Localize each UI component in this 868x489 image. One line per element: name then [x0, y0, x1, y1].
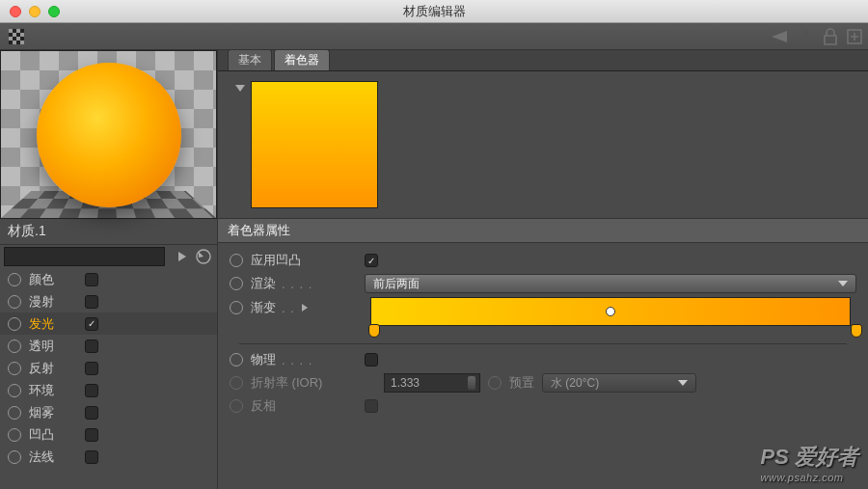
- close-icon[interactable]: [10, 6, 21, 17]
- channel-label: 颜色: [29, 271, 77, 288]
- checkbox-invert: [365, 399, 378, 413]
- radio-icon[interactable]: [8, 362, 21, 375]
- row-physics: 物理. . . .: [230, 348, 856, 371]
- radio-icon[interactable]: [8, 340, 21, 353]
- option-marker-icon[interactable]: [230, 254, 243, 267]
- up-arrow-icon[interactable]: [799, 28, 814, 45]
- lock-icon[interactable]: [824, 28, 837, 45]
- radio-icon[interactable]: [8, 317, 21, 331]
- name-row: [0, 245, 217, 268]
- option-marker-icon[interactable]: [230, 353, 243, 367]
- row-apply-bump: 应用凹凸: [230, 249, 856, 272]
- option-marker-icon[interactable]: [230, 277, 243, 290]
- channel-reflect[interactable]: 反射: [0, 357, 217, 379]
- option-marker-icon: [488, 376, 502, 390]
- gradient-bar[interactable]: [370, 297, 851, 326]
- watermark: PS 爱好者 www.psahz.com: [761, 443, 858, 483]
- minimize-icon[interactable]: [29, 6, 41, 17]
- label-render: 渲染: [251, 275, 276, 292]
- shader-swatch[interactable]: [251, 81, 378, 208]
- row-invert: 反相: [230, 394, 856, 418]
- preview-sphere: [37, 63, 181, 207]
- gradient-editor[interactable]: [365, 297, 856, 336]
- channel-label: 漫射: [29, 293, 77, 311]
- radio-icon[interactable]: [8, 273, 21, 286]
- main-split: 材质.1 颜色漫射发光透明反射环境烟雾凹凸法线 基本 着色器 着色器属性 应用凹…: [0, 50, 868, 489]
- channel-color[interactable]: 颜色: [0, 268, 217, 290]
- channel-checkbox[interactable]: [85, 406, 98, 420]
- channel-label: 反射: [29, 360, 77, 377]
- left-panel: 材质.1 颜色漫射发光透明反射环境烟雾凹凸法线: [0, 50, 217, 489]
- radio-icon[interactable]: [8, 384, 21, 397]
- material-preview[interactable]: [0, 50, 217, 219]
- back-arrow-icon[interactable]: [770, 29, 789, 44]
- radio-icon[interactable]: [8, 295, 21, 309]
- row-ior: 折射率 (IOR) 1.333 预置 水 (20°C): [230, 371, 856, 394]
- row-render: 渲染. . . . 前后两面: [230, 272, 856, 295]
- channel-checkbox[interactable]: [85, 340, 98, 353]
- checkbox-apply-bump[interactable]: [365, 254, 378, 267]
- dropdown-preset[interactable]: 水 (20°C): [542, 373, 696, 393]
- toolbar: [0, 23, 868, 50]
- channel-list: 颜色漫射发光透明反射环境烟雾凹凸法线: [0, 268, 217, 489]
- expand-triangle-icon[interactable]: [235, 85, 245, 92]
- shader-properties: 应用凹凸 渲染. . . . 前后两面 渐变. .: [218, 243, 868, 423]
- option-marker-icon[interactable]: [230, 301, 243, 314]
- channel-checkbox[interactable]: [85, 317, 98, 331]
- channel-normal[interactable]: 法线: [0, 446, 217, 468]
- input-ior[interactable]: 1.333: [384, 373, 480, 393]
- checker-icon[interactable]: [6, 26, 27, 47]
- channel-luminance[interactable]: 发光: [0, 312, 217, 335]
- nav-next-icon[interactable]: [173, 247, 192, 266]
- shader-preview-area: [218, 71, 868, 218]
- checkbox-physics[interactable]: [365, 353, 378, 367]
- tab-shader[interactable]: 着色器: [274, 49, 330, 70]
- tab-basic[interactable]: 基本: [228, 49, 272, 70]
- channel-label: 发光: [29, 315, 77, 333]
- gradient-stop-left[interactable]: [368, 324, 380, 338]
- channel-label: 透明: [29, 338, 77, 355]
- radio-icon[interactable]: [8, 428, 21, 442]
- channel-label: 烟雾: [29, 404, 77, 421]
- channel-checkbox[interactable]: [85, 450, 98, 464]
- label-gradient: 渐变: [251, 299, 276, 316]
- new-icon[interactable]: [847, 29, 862, 44]
- label-apply-bump: 应用凹凸: [251, 252, 301, 269]
- option-marker-icon: [230, 376, 243, 390]
- channel-label: 法线: [29, 448, 77, 466]
- channel-checkbox[interactable]: [85, 295, 98, 309]
- gradient-knob[interactable]: [606, 307, 615, 316]
- window-title: 材质编辑器: [403, 3, 466, 20]
- separator: [239, 343, 847, 344]
- channel-bump[interactable]: 凹凸: [0, 423, 217, 446]
- row-gradient: 渐变. .: [230, 295, 856, 340]
- chevron-right-icon[interactable]: [301, 303, 309, 312]
- option-marker-icon: [230, 399, 243, 413]
- channel-diffuse[interactable]: 漫射: [0, 290, 217, 312]
- radio-icon[interactable]: [8, 406, 21, 420]
- picker-icon[interactable]: [194, 247, 213, 266]
- channel-fog[interactable]: 烟雾: [0, 401, 217, 423]
- material-name-input[interactable]: [4, 247, 165, 266]
- channel-label: 凹凸: [29, 426, 77, 444]
- radio-icon[interactable]: [8, 450, 21, 464]
- section-shader-properties: 着色器属性: [218, 218, 868, 243]
- label-physics: 物理: [251, 351, 276, 368]
- window-controls: [10, 6, 60, 17]
- label-preset: 预置: [509, 374, 534, 392]
- label-invert: 反相: [251, 397, 276, 415]
- channel-checkbox[interactable]: [85, 273, 98, 286]
- label-ior: 折射率 (IOR): [251, 374, 322, 392]
- material-name-label: 材质.1: [0, 219, 217, 245]
- gradient-stop-right[interactable]: [851, 324, 862, 338]
- zoom-icon[interactable]: [48, 6, 60, 17]
- channel-env[interactable]: 环境: [0, 379, 217, 401]
- right-panel: 基本 着色器 着色器属性 应用凹凸 渲染. . . . 前后两面 渐变. .: [217, 50, 868, 489]
- channel-transp[interactable]: 透明: [0, 335, 217, 357]
- channel-checkbox[interactable]: [85, 428, 98, 442]
- dropdown-render[interactable]: 前后两面: [365, 274, 856, 293]
- tabs: 基本 着色器: [218, 50, 868, 71]
- channel-checkbox[interactable]: [85, 384, 98, 397]
- titlebar: 材质编辑器: [0, 0, 868, 23]
- channel-checkbox[interactable]: [85, 362, 98, 375]
